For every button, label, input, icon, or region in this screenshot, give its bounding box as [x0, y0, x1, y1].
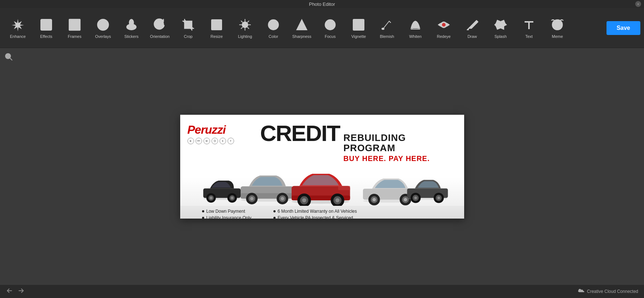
svg-point-24	[382, 28, 384, 30]
whiten-label: Whiten	[409, 34, 422, 39]
svg-point-60	[372, 198, 376, 201]
lighting-label: Lighting	[238, 34, 252, 39]
whiten-icon	[408, 17, 423, 32]
credit-title: CREDIT REBUILDING PROGRAM BUY HERE. PAY …	[260, 122, 457, 162]
resize-label: Resize	[210, 34, 223, 39]
tool-whiten[interactable]: Whiten	[401, 11, 430, 45]
status-text: Creative Cloud Connected	[578, 289, 638, 295]
brand-subaru: S	[220, 138, 226, 144]
svg-point-63	[404, 198, 407, 201]
tool-overlays[interactable]: Overlays	[89, 11, 117, 45]
toolbar: Enhance Effects Frames	[0, 8, 644, 48]
svg-point-33	[210, 196, 212, 199]
tool-text[interactable]: Text	[515, 11, 543, 45]
bullet-dot	[273, 217, 276, 219]
brand-gmc: GMC	[195, 138, 202, 144]
svg-rect-3	[71, 21, 78, 28]
redeye-icon	[436, 17, 451, 32]
bullet-text: 6 Month Limited Warranty on All Vehicles	[278, 209, 357, 214]
tool-frames[interactable]: Frames	[60, 11, 89, 45]
cloud-icon	[578, 289, 585, 295]
text-icon	[522, 17, 536, 32]
rebuilding-text: REBUILDING PROGRAM	[343, 133, 457, 153]
meme-icon	[550, 17, 565, 32]
tool-lighting[interactable]: Lighting	[231, 11, 259, 45]
tool-color[interactable]: Color	[259, 11, 288, 45]
stickers-icon	[124, 17, 139, 32]
text-label: Text	[525, 34, 533, 39]
draw-icon	[465, 17, 479, 32]
bullet-text: Low Down Payment	[206, 209, 245, 214]
undo-button[interactable]	[6, 287, 13, 296]
enhance-icon	[11, 17, 25, 32]
ad-left: Peruzzi B GMC M ◇ S T	[187, 120, 260, 162]
bullet-low-down: Low Down Payment	[202, 209, 252, 214]
splash-icon	[493, 17, 508, 32]
bullet-text: Every Vehicle PA Inspected & Serviced	[278, 215, 353, 219]
frames-label: Frames	[68, 34, 81, 39]
color-icon	[266, 17, 281, 32]
peruzzi-logo: Peruzzi	[187, 124, 226, 136]
bullet-warranty: 6 Month Limited Warranty on All Vehicles	[273, 209, 357, 214]
svg-point-71	[437, 196, 440, 199]
splash-label: Splash	[494, 34, 507, 39]
sharpness-icon	[295, 17, 309, 32]
tool-enhance[interactable]: Enhance	[4, 11, 32, 45]
tool-stickers[interactable]: Stickers	[117, 11, 146, 45]
redo-button[interactable]	[17, 287, 25, 296]
svg-point-45	[281, 197, 284, 200]
meme-label: Meme	[552, 34, 563, 39]
tool-vignette[interactable]: Vignette	[344, 11, 373, 45]
redeye-label: Redeye	[437, 34, 451, 39]
save-button[interactable]: Save	[607, 21, 640, 35]
tool-blemish[interactable]: Blemish	[373, 11, 401, 45]
color-label: Color	[269, 34, 278, 39]
bottom-nav: Creative Cloud Connected	[0, 285, 644, 298]
cloud-status-label: Creative Cloud Connected	[587, 289, 638, 294]
svg-point-17	[327, 22, 333, 28]
ad-top: Peruzzi B GMC M ◇ S T CREDIT	[180, 115, 464, 162]
effects-label: Effects	[40, 34, 52, 39]
ad-right: CREDIT REBUILDING PROGRAM BUY HERE. PAY …	[260, 120, 457, 162]
tool-focus[interactable]: Focus	[316, 11, 344, 45]
tool-effects[interactable]: Effects	[32, 11, 60, 45]
stickers-label: Stickers	[124, 34, 138, 39]
svg-point-52	[302, 198, 306, 202]
tool-resize[interactable]: Resize	[202, 11, 231, 45]
effects-icon	[39, 17, 54, 32]
frames-icon	[67, 17, 82, 32]
svg-rect-10	[213, 21, 220, 28]
svg-point-13	[271, 23, 276, 27]
tool-splash[interactable]: Splash	[486, 11, 515, 45]
brand-toyota: T	[228, 138, 234, 144]
svg-point-68	[414, 196, 416, 199]
close-button[interactable]: ×	[635, 1, 641, 7]
tool-redeye[interactable]: Redeye	[430, 11, 458, 45]
svg-point-26	[442, 23, 446, 27]
tool-crop[interactable]: Crop	[174, 11, 202, 45]
sharpness-label: Sharpness	[292, 34, 312, 39]
tool-draw[interactable]: Draw	[458, 11, 486, 45]
svg-point-36	[230, 196, 233, 199]
svg-point-6	[102, 23, 104, 26]
status-area: Creative Cloud Connected	[578, 289, 638, 295]
bullet-inspected: Every Vehicle PA Inspected & Serviced	[273, 215, 357, 219]
tool-orientation[interactable]: Orientation	[146, 11, 174, 45]
bullet-dot	[273, 210, 276, 212]
overlays-label: Overlays	[95, 34, 111, 39]
blemish-icon	[380, 17, 394, 32]
tool-sharpness[interactable]: Sharpness	[288, 11, 316, 45]
crop-icon	[181, 17, 195, 32]
app-title: Photo Editor	[309, 1, 335, 7]
overlays-icon	[96, 17, 110, 32]
zoom-icon[interactable]	[4, 52, 13, 63]
ad-content: Peruzzi B GMC M ◇ S T CREDIT	[180, 115, 464, 219]
tool-meme[interactable]: Meme	[543, 11, 572, 45]
title-bar: Photo Editor ×	[0, 0, 644, 8]
ad-bottom: Low Down Payment Liability Insurance Onl…	[180, 206, 464, 219]
svg-point-11	[242, 22, 248, 28]
cars-svg	[195, 162, 450, 206]
bullet-dot	[202, 210, 204, 212]
vignette-icon	[351, 17, 366, 32]
focus-label: Focus	[325, 34, 336, 39]
